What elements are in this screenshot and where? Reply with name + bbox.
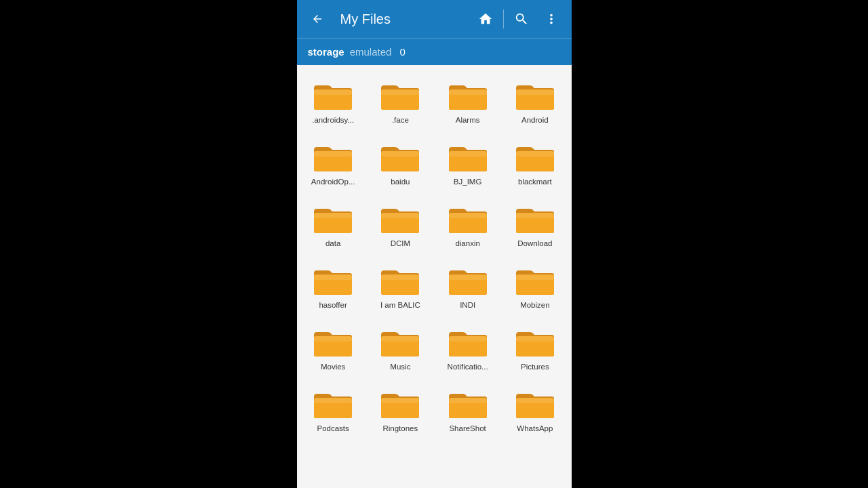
folder-item-baidu[interactable]: baidu: [367, 132, 434, 194]
folder-item-notifications[interactable]: Notificatio...: [434, 317, 501, 379]
svg-rect-68: [449, 398, 487, 403]
svg-rect-23: [516, 151, 554, 157]
folder-item-whatsapp[interactable]: WhatsApp: [501, 379, 568, 441]
folder-icon-ringtones: [380, 387, 420, 421]
svg-rect-2: [314, 89, 352, 95]
folder-icon-dianxin: [448, 202, 488, 236]
svg-rect-20: [449, 151, 487, 157]
folder-icon-whatsapp: [515, 387, 555, 421]
svg-rect-32: [449, 213, 487, 218]
folder-item-alarms[interactable]: Alarms: [434, 70, 501, 132]
folder-name-mobizen: Mobizen: [520, 300, 549, 310]
more-menu-button[interactable]: [539, 7, 564, 31]
folder-name-android: Android: [521, 115, 549, 125]
svg-rect-17: [381, 151, 419, 157]
breadcrumb-storage[interactable]: storage: [308, 46, 344, 58]
folder-name-androidsy: .androidsy...: [312, 115, 354, 125]
folder-icon-download: [515, 202, 555, 236]
breadcrumb-emulated[interactable]: emulated: [350, 46, 392, 58]
svg-rect-47: [516, 274, 554, 280]
folder-name-dianxin: dianxin: [455, 239, 479, 249]
svg-rect-11: [516, 89, 554, 95]
header: My Files: [297, 0, 572, 38]
svg-rect-65: [381, 398, 419, 403]
svg-rect-62: [314, 398, 352, 403]
folder-name-podcasts: Podcasts: [317, 424, 349, 434]
folder-item-androidop[interactable]: AndroidOp...: [300, 132, 367, 194]
page-title: My Files: [340, 12, 468, 27]
folder-icon-music: [380, 325, 420, 359]
folder-item-ringtones[interactable]: Ringtones: [367, 379, 434, 441]
folder-item-androidsy[interactable]: .androidsy...: [300, 70, 367, 132]
svg-rect-14: [314, 151, 352, 157]
folder-item-download[interactable]: Download: [501, 194, 568, 256]
folder-icon-pictures: [515, 325, 555, 359]
folder-name-dcim: DCIM: [391, 239, 410, 249]
folder-item-android[interactable]: Android: [501, 70, 568, 132]
folder-icon-bjimg: [448, 140, 488, 174]
folder-item-indi[interactable]: INDI: [434, 256, 501, 317]
folder-item-dcim[interactable]: DCIM: [367, 194, 434, 256]
back-button[interactable]: [305, 7, 330, 31]
folder-name-whatsapp: WhatsApp: [517, 424, 553, 434]
folder-name-pictures: Pictures: [521, 362, 549, 372]
svg-rect-71: [516, 398, 554, 403]
svg-rect-50: [314, 336, 352, 342]
folder-item-iambalic[interactable]: I am BALIC: [367, 256, 434, 317]
breadcrumb-bar: storage emulated 0: [297, 38, 572, 65]
folder-name-alarms: Alarms: [456, 115, 480, 125]
phone-container: My Files storage emulated 0: [297, 0, 572, 488]
folder-item-shareshot[interactable]: ShareShot: [434, 379, 501, 441]
folder-name-androidop: AndroidOp...: [311, 177, 355, 187]
folder-item-data[interactable]: data: [300, 194, 367, 256]
header-divider: [503, 9, 504, 28]
folder-item-pictures[interactable]: Pictures: [501, 317, 568, 379]
svg-rect-26: [314, 213, 352, 218]
search-button[interactable]: [509, 7, 534, 31]
svg-rect-44: [449, 274, 487, 280]
folder-icon-podcasts: [313, 387, 353, 421]
file-grid: .androidsy... .face Alarms: [297, 65, 572, 488]
folder-icon-data: [313, 202, 353, 236]
folder-name-download: Download: [517, 239, 552, 249]
folder-name-baidu: baidu: [391, 177, 410, 187]
folder-icon-alarms: [448, 79, 488, 113]
svg-rect-29: [381, 213, 419, 218]
folder-icon-dcim: [380, 202, 420, 236]
folder-icon-baidu: [380, 140, 420, 174]
folder-item-movies[interactable]: Movies: [300, 317, 367, 379]
folder-icon-hasoffer: [313, 264, 353, 298]
folder-name-blackmart: blackmart: [518, 177, 552, 187]
folder-name-notifications: Notificatio...: [448, 362, 488, 372]
folder-icon-androidsy: [313, 79, 353, 113]
folder-item-hasoffer[interactable]: hasoffer: [300, 256, 367, 317]
folder-name-ringtones: Ringtones: [382, 424, 418, 434]
folder-item-mobizen[interactable]: Mobizen: [501, 256, 568, 317]
folder-icon-blackmart: [515, 140, 555, 174]
folder-name-hasoffer: hasoffer: [319, 300, 347, 310]
folder-icon-notifications: [448, 325, 488, 359]
home-button[interactable]: [473, 7, 498, 31]
folder-name-music: Music: [390, 362, 410, 372]
svg-rect-41: [381, 274, 419, 280]
folder-icon-android: [515, 79, 555, 113]
svg-rect-35: [516, 213, 554, 218]
folder-name-movies: Movies: [321, 362, 345, 372]
folder-icon-iambalic: [380, 264, 420, 298]
folder-item-face[interactable]: .face: [367, 70, 434, 132]
folder-name-shareshot: ShareShot: [449, 424, 486, 434]
svg-rect-8: [449, 89, 487, 95]
folder-item-podcasts[interactable]: Podcasts: [300, 379, 367, 441]
folder-item-music[interactable]: Music: [367, 317, 434, 379]
folder-name-bjimg: BJ_IMG: [454, 177, 482, 187]
svg-rect-56: [449, 336, 487, 342]
svg-rect-38: [314, 274, 352, 280]
folder-icon-androidop: [313, 140, 353, 174]
svg-rect-5: [381, 89, 419, 95]
svg-rect-53: [381, 336, 419, 342]
folder-icon-shareshot: [448, 387, 488, 421]
breadcrumb-num[interactable]: 0: [399, 46, 405, 58]
folder-item-dianxin[interactable]: dianxin: [434, 194, 501, 256]
folder-item-bjimg[interactable]: BJ_IMG: [434, 132, 501, 194]
folder-item-blackmart[interactable]: blackmart: [501, 132, 568, 194]
